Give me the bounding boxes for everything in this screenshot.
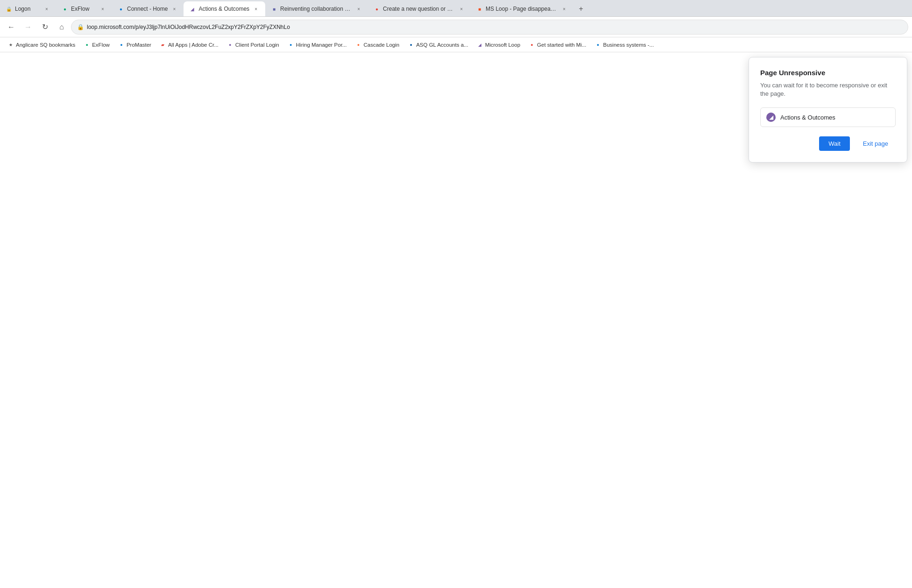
tab-reinventing[interactable]: ■Reinventing collaboration with A...× — [265, 1, 368, 16]
tab-ms-loop[interactable]: ■MS Loop - Page disappeared - M...× — [471, 1, 573, 16]
bookmark-anglicare[interactable]: ★Anglicare SQ bookmarks — [4, 41, 79, 49]
bookmark-label-hiring-manager: Hiring Manager Por... — [296, 42, 347, 48]
refresh-button[interactable]: ↻ — [37, 20, 52, 35]
bookmark-exflow-bm[interactable]: ●ExFlow — [80, 41, 113, 49]
tab-create-question[interactable]: ●Create a new question or start a...× — [368, 1, 471, 16]
tab-label-ms-loop: MS Loop - Page disappeared - M... — [486, 6, 558, 12]
bookmark-allapps[interactable]: ▰All Apps | Adobe Cr... — [156, 41, 222, 49]
bookmark-hiring-manager[interactable]: ●Hiring Manager Por... — [284, 41, 351, 49]
tab-close-connect-home[interactable]: × — [170, 5, 178, 13]
tab-exflow[interactable]: ●ExFlow× — [56, 1, 112, 16]
bookmark-label-ms-loop-bm: Microsoft Loop — [485, 42, 520, 48]
bookmarks-bar: ★Anglicare SQ bookmarks●ExFlow●ProMaster… — [0, 37, 912, 52]
tab-close-create-question[interactable]: × — [458, 5, 465, 13]
tab-label-actions-outcomes: Actions & Outcomes — [198, 6, 249, 12]
ms-loop-favicon: ■ — [476, 6, 483, 12]
actions-outcomes-favicon: ◢ — [189, 6, 196, 12]
asq-gl-favicon-icon: ● — [408, 42, 414, 48]
anglicare-favicon-icon: ★ — [7, 42, 14, 48]
back-button[interactable]: ← — [4, 20, 19, 35]
dialog-buttons: Wait Exit page — [760, 136, 896, 151]
new-tab-button[interactable]: + — [573, 1, 588, 16]
wait-button[interactable]: Wait — [819, 136, 850, 151]
tab-logon[interactable]: 🔒Logon× — [0, 1, 56, 16]
tab-close-actions-outcomes[interactable]: × — [252, 5, 260, 13]
dialog-page-favicon: ◢ — [766, 113, 776, 122]
get-started-favicon-icon: ● — [529, 42, 535, 48]
dialog-title: Page Unresponsive — [760, 69, 896, 77]
url-text: loop.microsoft.com/p/eyJ3ljp7lnUiOiJodHR… — [87, 24, 902, 30]
bookmark-cascade[interactable]: ●Cascade Login — [351, 41, 403, 49]
bookmark-business-systems[interactable]: ●Business systems -... — [591, 41, 658, 49]
lock-icon: 🔒 — [77, 24, 84, 30]
bookmark-label-allapps: All Apps | Adobe Cr... — [168, 42, 219, 48]
allapps-favicon-icon: ▰ — [160, 42, 166, 48]
bookmark-asq-gl[interactable]: ●ASQ GL Accounts a... — [404, 41, 472, 49]
exflow-bm-favicon-icon: ● — [84, 42, 90, 48]
ms-loop-bm-favicon-icon: ◢ — [477, 42, 483, 48]
bookmark-get-started[interactable]: ●Get started with Mi... — [525, 41, 590, 49]
tab-close-reinventing[interactable]: × — [355, 5, 362, 13]
dialog-page-item: ◢ Actions & Outcomes — [760, 107, 896, 127]
address-bar[interactable]: 🔒 loop.microsoft.com/p/eyJ3ljp7lnUiOiJod… — [71, 20, 908, 35]
forward-button[interactable]: → — [21, 20, 35, 35]
cascade-favicon-icon: ● — [355, 42, 361, 48]
tab-label-create-question: Create a new question or start a... — [383, 6, 455, 12]
bookmark-label-exflow-bm: ExFlow — [92, 42, 110, 48]
client-portal-favicon-icon: ● — [227, 42, 233, 48]
tab-close-ms-loop[interactable]: × — [560, 5, 568, 13]
tab-label-logon: Logon — [15, 6, 40, 12]
bookmark-label-client-portal: Client Portal Login — [235, 42, 279, 48]
exflow-favicon: ● — [62, 6, 68, 12]
reinventing-favicon: ■ — [271, 6, 277, 12]
logon-favicon: 🔒 — [6, 6, 12, 12]
promaster-favicon-icon: ● — [118, 42, 125, 48]
dialog-page-name: Actions & Outcomes — [780, 114, 835, 121]
tab-label-reinventing: Reinventing collaboration with A... — [280, 6, 352, 12]
bookmark-promaster[interactable]: ●ProMaster — [114, 41, 155, 49]
bookmark-label-cascade: Cascade Login — [363, 42, 399, 48]
tab-actions-outcomes[interactable]: ◢Actions & Outcomes× — [184, 1, 265, 16]
hiring-manager-favicon-icon: ● — [288, 42, 294, 48]
browser-frame: 🔒Logon×●ExFlow×●Connect - Home×◢Actions … — [0, 0, 912, 588]
connect-home-favicon: ● — [118, 6, 124, 12]
tab-connect-home[interactable]: ●Connect - Home× — [112, 1, 184, 16]
bookmark-ms-loop-bm[interactable]: ◢Microsoft Loop — [473, 41, 524, 49]
tab-close-exflow[interactable]: × — [99, 5, 106, 13]
tab-label-connect-home: Connect - Home — [127, 6, 168, 12]
create-question-favicon: ● — [374, 6, 380, 12]
exit-page-button[interactable]: Exit page — [855, 136, 896, 151]
home-button[interactable]: ⌂ — [54, 20, 69, 35]
bookmark-label-get-started: Get started with Mi... — [537, 42, 586, 48]
tab-bar: 🔒Logon×●ExFlow×●Connect - Home×◢Actions … — [0, 0, 912, 17]
dialog-subtitle: You can wait for it to become responsive… — [760, 81, 896, 98]
page-unresponsive-dialog: Page Unresponsive You can wait for it to… — [749, 57, 907, 163]
bookmark-label-promaster: ProMaster — [127, 42, 151, 48]
tab-close-logon[interactable]: × — [43, 5, 50, 13]
business-systems-favicon-icon: ● — [595, 42, 601, 48]
bookmark-client-portal[interactable]: ●Client Portal Login — [223, 41, 283, 49]
bookmark-label-business-systems: Business systems -... — [603, 42, 654, 48]
bookmark-label-asq-gl: ASQ GL Accounts a... — [416, 42, 468, 48]
bookmark-label-anglicare: Anglicare SQ bookmarks — [16, 42, 75, 48]
page-content: Page Unresponsive You can wait for it to… — [0, 52, 912, 588]
tab-label-exflow: ExFlow — [71, 6, 96, 12]
nav-bar: ← → ↻ ⌂ 🔒 loop.microsoft.com/p/eyJ3ljp7l… — [0, 17, 912, 37]
